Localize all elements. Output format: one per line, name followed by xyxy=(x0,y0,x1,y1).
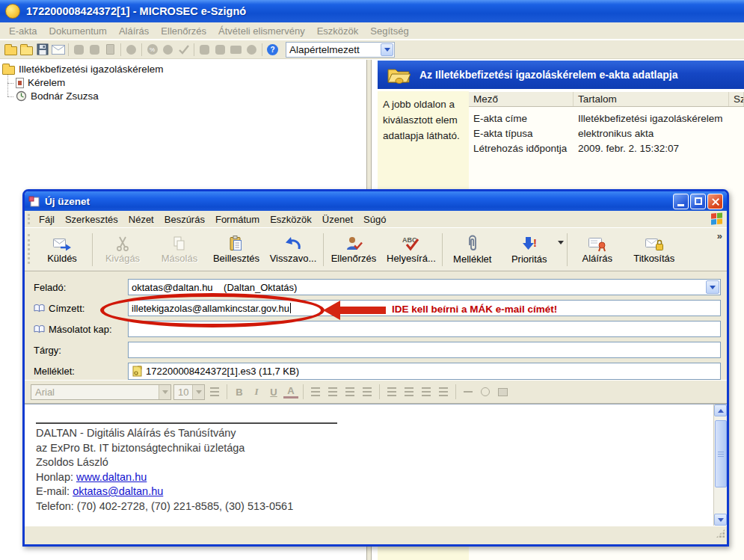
sign-button[interactable]: Aláírás xyxy=(569,230,626,269)
font-family-combobox[interactable]: Arial xyxy=(31,384,171,400)
menu-szerkesztes[interactable]: Szerkesztés xyxy=(60,214,123,225)
check-names-button[interactable]: Ellenőrzés xyxy=(325,230,382,269)
tree-item-signature[interactable]: Bodnár Zsuzsa xyxy=(16,90,99,102)
maximize-button[interactable] xyxy=(690,194,706,209)
scroll-down-button[interactable] xyxy=(714,514,727,526)
sign-forward-icon[interactable] xyxy=(212,42,228,57)
tree-item-eakta-root[interactable]: Illetékbefizetési igazoláskérelem xyxy=(2,63,164,76)
align-left-button[interactable] xyxy=(384,384,399,399)
eszigno-window-title: 172200008424372[1] - MICROSEC e-Szignó xyxy=(26,5,246,17)
send-button[interactable]: Küldés xyxy=(34,230,90,269)
menu-alairas[interactable]: Aláírás xyxy=(113,25,155,37)
table-row[interactable]: E-akta típusa elektronikus akta xyxy=(469,126,744,141)
cc-label: Másolatot kap: xyxy=(34,324,128,335)
tree-item-kerelem[interactable]: Kérelem xyxy=(16,76,65,89)
priority-dropdown-icon[interactable] xyxy=(558,241,564,247)
message-body-editor[interactable]: DALTAN - Digitális Aláírás és Tanúsítván… xyxy=(25,404,713,526)
toolbar-grip xyxy=(28,214,30,224)
menu-ellenorzes[interactable]: Ellenőrzés xyxy=(155,25,212,37)
insert-link-button[interactable] xyxy=(478,384,493,399)
close-button[interactable] xyxy=(707,194,723,209)
signature-line: Telefon: (70) 402-2728, (70) 221-8585, (… xyxy=(36,499,713,514)
menu-eszkozok[interactable]: Eszközök xyxy=(265,214,317,225)
undo-button[interactable]: Visszavo... xyxy=(265,230,322,269)
justify-button[interactable] xyxy=(436,384,451,399)
font-color-button[interactable]: A xyxy=(283,386,298,399)
menu-eszkozok[interactable]: Eszközök xyxy=(311,25,365,37)
menu-dokumentum[interactable]: Dokumentum xyxy=(43,25,113,37)
toolbar-separator xyxy=(323,233,324,266)
scroll-up-button[interactable] xyxy=(714,404,727,416)
cut-button[interactable]: Kivágás xyxy=(94,230,151,269)
minimize-button[interactable] xyxy=(673,194,689,209)
align-center-button[interactable] xyxy=(402,384,416,399)
from-value: oktatas@daltan.hu (Daltan_Oktatás) xyxy=(132,282,297,293)
decrease-indent-button[interactable] xyxy=(342,384,357,399)
chevron-down-icon[interactable] xyxy=(706,280,719,294)
bullet-list-button[interactable] xyxy=(325,384,340,399)
horizontal-line-button[interactable] xyxy=(461,384,476,399)
address-book-icon[interactable] xyxy=(34,304,45,313)
address-book-icon[interactable] xyxy=(34,324,45,333)
eszigno-toolbar: % ? Alapértelmezett xyxy=(0,40,744,59)
encrypt-button[interactable]: Titkosítás xyxy=(626,230,683,269)
spelling-label: Helyesírá... xyxy=(387,253,436,264)
cut-icon xyxy=(114,236,131,252)
percent-seal-icon[interactable]: % xyxy=(144,42,160,57)
increase-indent-button[interactable] xyxy=(360,384,375,399)
table-row[interactable]: Létrehozás időpontja 2009. febr. 2. 15:3… xyxy=(469,141,744,156)
paste-button[interactable]: Beillesztés xyxy=(208,230,265,269)
italic-button[interactable]: I xyxy=(249,384,264,399)
font-size-combobox[interactable]: 10 xyxy=(173,384,205,400)
new-eakta-icon[interactable] xyxy=(3,42,19,57)
menu-formatum[interactable]: Formátum xyxy=(210,214,265,225)
resize-grip[interactable] xyxy=(716,529,725,538)
justify-icon xyxy=(439,387,448,396)
countersign-stamp-icon[interactable] xyxy=(87,42,102,57)
copy-button[interactable]: Másolás xyxy=(151,230,208,269)
spelling-button[interactable]: ABC Helyesírá... xyxy=(382,230,440,269)
sign-back-icon[interactable] xyxy=(197,42,212,57)
timestamp-seal-icon[interactable] xyxy=(160,42,176,57)
verify-check-icon[interactable] xyxy=(176,42,191,57)
envelope-gray-icon[interactable] xyxy=(228,42,244,57)
menu-nezet[interactable]: Nézet xyxy=(123,214,159,225)
attach-button[interactable]: Melléklet xyxy=(444,230,501,269)
document-gray-icon[interactable] xyxy=(102,42,118,57)
menu-segitseg[interactable]: Segítség xyxy=(364,25,414,37)
paragraph-style-button[interactable] xyxy=(207,384,222,399)
attachment-field[interactable]: 172200008424372[1].es3 (11,7 KB) xyxy=(128,363,721,380)
numbered-list-button[interactable] xyxy=(308,384,323,399)
scrollbar-thumb[interactable] xyxy=(715,420,727,487)
menu-uzenet[interactable]: Üzenet xyxy=(317,214,358,225)
menu-atveteli-elismerveny[interactable]: Átvételi elismervény xyxy=(212,25,311,37)
email-link[interactable]: oktatas@daltan.hu xyxy=(73,485,163,497)
save-icon[interactable] xyxy=(34,42,50,57)
menu-fajl[interactable]: Fájl xyxy=(34,214,60,225)
toolbar-overflow-chevron[interactable]: » xyxy=(717,230,722,241)
underline-button[interactable]: U xyxy=(266,384,281,399)
message-titlebar: Új üzenet xyxy=(25,191,727,211)
menu-beszuras[interactable]: Beszúrás xyxy=(159,214,210,225)
align-right-button[interactable] xyxy=(419,384,434,399)
menu-eakta[interactable]: E-akta xyxy=(3,25,43,37)
subject-input[interactable] xyxy=(128,342,721,358)
sign-stamp-icon[interactable] xyxy=(71,42,87,57)
homepage-link[interactable]: www.daltan.hu xyxy=(76,471,147,483)
seal-icon[interactable] xyxy=(123,42,139,57)
menu-sugo[interactable]: Súgó xyxy=(358,214,391,225)
body-scrollbar[interactable] xyxy=(713,404,727,526)
dot-seal-icon[interactable] xyxy=(244,42,259,57)
priority-button[interactable]: ! Prioritás xyxy=(501,230,558,269)
bold-button[interactable]: B xyxy=(232,384,247,399)
open-eakta-icon[interactable] xyxy=(19,42,34,57)
chevron-down-icon[interactable] xyxy=(381,43,393,56)
table-row[interactable]: E-akta címe Illetékbefizetési igazoláské… xyxy=(469,111,744,126)
subject-row: Tárgy: xyxy=(34,342,721,358)
tree-connector xyxy=(7,96,13,97)
insert-image-button[interactable] xyxy=(495,384,510,399)
help-icon[interactable]: ? xyxy=(265,42,280,57)
profile-combobox[interactable]: Alapértelmezett xyxy=(286,42,395,58)
new-message-window: Új üzenet Fájl Szerkesztés Nézet Beszúrá… xyxy=(22,189,729,547)
send-mail-icon[interactable] xyxy=(50,42,66,57)
